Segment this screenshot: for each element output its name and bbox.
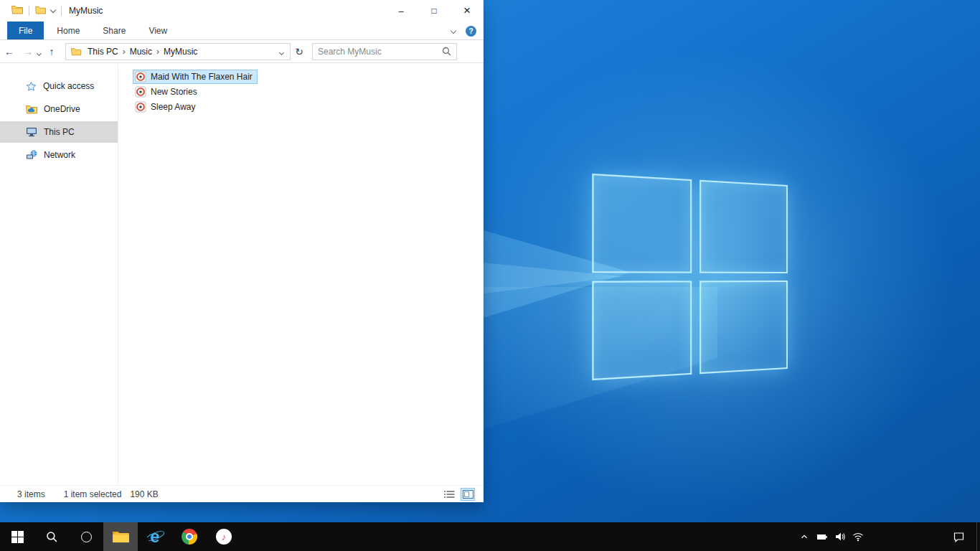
volume-tray-icon[interactable]	[834, 530, 847, 543]
items-count: 3 items	[17, 489, 45, 499]
window-title: MyMusic	[69, 6, 103, 16]
quick-access-toolbar: MyMusic	[11, 5, 103, 17]
internet-explorer-icon: e	[146, 527, 164, 546]
windows-logo-pane	[592, 174, 692, 273]
music-file-icon	[135, 101, 146, 113]
explorer-main: Quick access OneDrive This PC Network Ma…	[0, 64, 484, 485]
search-icon[interactable]	[442, 47, 451, 56]
windows-start-icon	[11, 531, 24, 543]
taskbar-file-explorer[interactable]	[103, 522, 138, 551]
tab-share[interactable]: Share	[93, 22, 136, 39]
sidebar-item-label: Quick access	[43, 81, 94, 91]
windows-logo-pane	[699, 180, 788, 273]
onedrive-icon	[26, 105, 37, 114]
sidebar-item-label: Network	[44, 150, 75, 160]
windows-logo	[592, 174, 788, 380]
sidebar-item-network[interactable]: Network	[0, 144, 118, 166]
qat-customize-chevron-icon[interactable]	[50, 7, 56, 13]
file-explorer-window: MyMusic – □ × File Home Share View ? ← →…	[0, 0, 484, 502]
details-view-button[interactable]	[442, 488, 456, 501]
large-icons-view-button[interactable]	[461, 488, 475, 501]
view-toggle-buttons	[442, 488, 475, 501]
large-icons-view-icon	[463, 490, 473, 499]
close-button[interactable]: ×	[451, 0, 484, 22]
address-bar-row: ← → ↑ This PC › Music › MyMusic ↻	[0, 40, 484, 63]
taskbar: e ♪	[0, 522, 980, 551]
search-input[interactable]	[313, 47, 442, 57]
expand-ribbon-chevron-icon[interactable]	[451, 28, 456, 34]
file-row-new-stories[interactable]: New Stories	[133, 85, 202, 99]
toolbar-separator	[61, 6, 62, 16]
breadcrumb-music[interactable]: Music	[126, 47, 156, 57]
back-button[interactable]: ←	[0, 46, 19, 57]
file-list: Maid With The Flaxen Hair New Stories Sl…	[118, 64, 484, 485]
sidebar-item-onedrive[interactable]: OneDrive	[0, 98, 118, 120]
window-folder-icon	[11, 5, 23, 17]
action-center-button[interactable]	[948, 522, 969, 551]
file-row-sleep-away[interactable]: Sleep Away	[133, 100, 201, 114]
refresh-button[interactable]: ↻	[291, 46, 308, 57]
ribbon-tab-bar: File Home Share View ?	[0, 22, 484, 40]
file-name: Maid With The Flaxen Hair	[151, 72, 253, 82]
address-folder-icon	[71, 47, 81, 56]
start-button[interactable]	[0, 522, 34, 551]
system-tray	[798, 522, 864, 551]
search-box	[312, 43, 457, 60]
details-view-icon	[444, 490, 455, 499]
network-tray-icon[interactable]	[852, 530, 864, 543]
address-bar[interactable]: This PC › Music › MyMusic	[65, 43, 291, 60]
forward-button: →	[19, 46, 37, 57]
this-pc-icon	[26, 127, 37, 137]
selection-count: 1 item selected	[64, 489, 122, 499]
status-bar: 3 items 1 item selected 190 KB	[0, 485, 484, 502]
navigation-pane: Quick access OneDrive This PC Network	[0, 64, 118, 485]
minimize-button[interactable]: –	[385, 0, 418, 22]
qat-folder-icon[interactable]	[35, 6, 46, 17]
address-dropdown-chevron-icon[interactable]	[277, 47, 286, 57]
sidebar-item-this-pc[interactable]: This PC	[0, 121, 118, 143]
taskbar-itunes[interactable]: ♪	[207, 522, 241, 551]
music-file-icon	[135, 71, 146, 83]
help-button[interactable]: ?	[466, 26, 476, 37]
speaker-icon	[834, 531, 846, 542]
recent-locations-chevron-icon[interactable]	[37, 47, 41, 57]
sidebar-item-quick-access[interactable]: Quick access	[0, 75, 118, 97]
cortana-icon	[81, 532, 92, 542]
title-bar: MyMusic – □ ×	[0, 0, 484, 22]
chrome-icon	[182, 529, 197, 545]
show-desktop-button[interactable]	[976, 522, 980, 551]
breadcrumb-this-pc[interactable]: This PC	[84, 47, 122, 57]
show-hidden-icons-chevron[interactable]	[798, 530, 811, 543]
star-icon	[26, 81, 37, 92]
sidebar-item-label: This PC	[44, 127, 75, 137]
file-row-maid-with-the-flaxen-hair[interactable]: Maid With The Flaxen Hair	[133, 70, 258, 84]
search-icon	[46, 531, 58, 543]
up-button[interactable]: ↑	[42, 46, 61, 57]
tab-home[interactable]: Home	[47, 22, 90, 39]
file-explorer-icon	[112, 530, 130, 544]
tab-view[interactable]: View	[138, 22, 177, 39]
tab-file[interactable]: File	[7, 22, 44, 39]
taskbar-chrome[interactable]	[172, 522, 207, 551]
maximize-button[interactable]: □	[418, 0, 451, 22]
chevron-up-icon	[799, 532, 809, 542]
ribbon-right-controls: ?	[451, 22, 476, 40]
sidebar-item-label: OneDrive	[44, 104, 80, 114]
cortana-button[interactable]	[69, 522, 103, 551]
file-name: New Stories	[151, 87, 197, 97]
battery-tray-icon[interactable]	[816, 530, 829, 543]
network-icon	[26, 150, 37, 160]
action-center-icon	[953, 531, 965, 543]
battery-icon	[816, 531, 828, 542]
itunes-icon: ♪	[216, 529, 232, 545]
window-controls: – □ ×	[385, 0, 484, 22]
file-name: Sleep Away	[151, 102, 196, 112]
toolbar-separator	[29, 6, 29, 16]
windows-logo-pane	[699, 281, 788, 374]
music-file-icon	[135, 86, 146, 98]
taskbar-search-button[interactable]	[34, 522, 69, 551]
breadcrumb-mymusic[interactable]: MyMusic	[160, 47, 201, 57]
taskbar-internet-explorer[interactable]: e	[138, 522, 172, 551]
selection-size: 190 KB	[130, 489, 158, 499]
wifi-icon	[852, 531, 864, 542]
